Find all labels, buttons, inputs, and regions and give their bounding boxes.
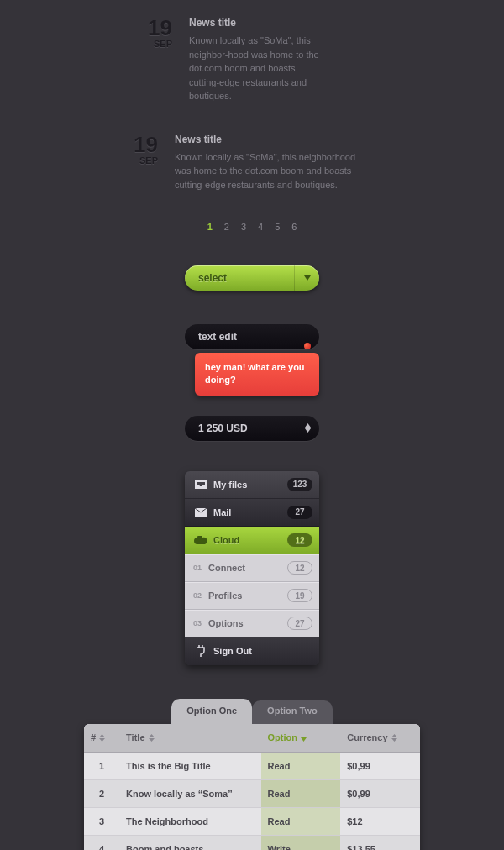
col-header-title[interactable]: Title — [119, 724, 260, 753]
page-5[interactable]: 5 — [275, 222, 280, 232]
menu-item-number: 03 — [193, 619, 202, 627]
cell-option: Read — [261, 752, 341, 779]
menu-item-number: 01 — [193, 564, 202, 572]
tab-option-two[interactable]: Option Two — [252, 700, 333, 724]
sort-icon — [391, 733, 397, 743]
sort-icon — [99, 733, 105, 743]
cell-num: 3 — [84, 807, 119, 835]
cell-title: This is the Big Title — [119, 752, 260, 779]
news-day: 19 — [122, 17, 172, 39]
currency-spinner[interactable]: 1 250 USD — [185, 416, 319, 441]
cell-currency: $12 — [340, 807, 420, 835]
col-header-currency[interactable]: Currency — [340, 724, 420, 753]
news-content: News title Known locally as "SoMa", this… — [175, 134, 360, 192]
menu-item-badge: 12 — [287, 561, 312, 575]
data-table: # Title Option Currency 1This is the Big… — [84, 724, 420, 850]
text-edit-label: text edit — [198, 331, 237, 343]
table-row[interactable]: 4Boom and boastsWrite$13,55 — [84, 835, 420, 850]
news-body: Known locally as "SoMa", this neighborho… — [175, 150, 360, 192]
plug-icon — [193, 645, 208, 657]
cell-title: The Neighborhood — [119, 807, 260, 835]
menu-item-label: Profiles — [208, 590, 287, 601]
cell-option: Write — [261, 835, 341, 850]
news-month: SEP — [122, 39, 172, 49]
menu-item-badge: 12 — [287, 533, 312, 547]
tooltip: hey man! what are you doing? — [195, 353, 319, 396]
chevron-up-icon — [305, 423, 311, 428]
news-item: 19 SEP News title Known locally as "SoMa… — [108, 127, 360, 199]
inbox-icon — [193, 480, 208, 489]
news-date: 19 SEP — [122, 17, 172, 103]
table-header-row: # Title Option Currency — [84, 724, 420, 753]
page-3[interactable]: 3 — [241, 222, 246, 232]
menu-item-label: Options — [208, 618, 287, 628]
page-1[interactable]: 1 — [207, 222, 213, 232]
tooltip-text: hey man! what are you doing? — [205, 362, 305, 385]
table-row[interactable]: 3The NeighborhoodRead$12 — [84, 807, 420, 835]
sort-icon — [149, 733, 155, 743]
page-6[interactable]: 6 — [291, 222, 297, 232]
news-item: 19 SEP News title Known locally as "SoMa… — [122, 10, 323, 110]
news-month: SEP — [108, 155, 158, 165]
menu-item-cloud[interactable]: Cloud12 — [185, 527, 319, 554]
table-row[interactable]: 2Know locally as “Soma”Read$0,99 — [84, 779, 420, 807]
menu-item-mail[interactable]: Mail27 — [185, 499, 319, 527]
cell-num: 1 — [84, 752, 119, 779]
news-day: 19 — [108, 134, 158, 155]
cell-currency: $0,99 — [340, 779, 420, 807]
news-title: News title — [189, 17, 323, 29]
menu-item-badge: 27 — [287, 617, 312, 630]
menu-item-badge: 123 — [287, 478, 312, 491]
col-header-num[interactable]: # — [84, 724, 119, 753]
menu-item-options[interactable]: 03Options27 — [185, 610, 319, 638]
menu-item-badge: 27 — [287, 506, 312, 519]
sidebar-menu: My files123Mail27Cloud1201Connect1202Pro… — [185, 471, 319, 665]
tabs: Option One Option Two — [84, 699, 420, 724]
text-edit-group: text edit hey man! what are you doing? — [185, 324, 319, 396]
menu-item-sign-out[interactable]: Sign Out — [185, 638, 319, 665]
sort-down-icon — [301, 733, 307, 743]
cell-currency: $13,55 — [340, 835, 420, 850]
cell-currency: $0,99 — [340, 752, 420, 779]
col-header-option[interactable]: Option — [261, 724, 341, 753]
spinner-value: 1 250 USD — [198, 422, 305, 434]
menu-item-label: My files — [213, 480, 287, 490]
menu-item-label: Sign Out — [213, 646, 312, 656]
mail-icon — [193, 508, 208, 517]
page-2[interactable]: 2 — [224, 222, 229, 232]
cell-title: Boom and boasts — [119, 835, 260, 850]
table-container: Option One Option Two # Title Option Cur… — [84, 699, 420, 850]
chevron-down-icon — [305, 428, 311, 433]
spinner-arrows[interactable] — [305, 423, 311, 433]
pagination: 123456 — [0, 222, 504, 232]
news-content: News title Known locally as "SoMa", this… — [189, 17, 323, 103]
cell-title: Know locally as “Soma” — [119, 779, 260, 807]
chevron-down-icon — [294, 265, 319, 291]
notification-dot-icon — [304, 343, 311, 349]
menu-item-label: Connect — [208, 563, 287, 573]
select-dropdown[interactable]: select — [185, 265, 319, 291]
menu-item-my-files[interactable]: My files123 — [185, 471, 319, 499]
news-body: Known locally as "SoMa", this neighbor-h… — [189, 34, 323, 103]
menu-item-badge: 19 — [287, 589, 312, 602]
menu-item-number: 02 — [193, 591, 202, 600]
cell-num: 4 — [84, 835, 119, 850]
menu-item-label: Mail — [213, 507, 287, 517]
page-4[interactable]: 4 — [258, 222, 263, 232]
menu-item-label: Cloud — [213, 535, 287, 545]
news-date: 19 SEP — [108, 134, 158, 192]
cell-option: Read — [261, 779, 341, 807]
tab-option-one[interactable]: Option One — [171, 699, 252, 724]
cell-num: 2 — [84, 779, 119, 807]
cell-option: Read — [261, 807, 341, 835]
news-title: News title — [175, 134, 360, 145]
cloud-icon — [193, 536, 208, 544]
table-row[interactable]: 1This is the Big TitleRead$0,99 — [84, 752, 420, 779]
select-label: select — [185, 272, 294, 284]
menu-item-profiles[interactable]: 02Profiles19 — [185, 582, 319, 610]
menu-item-connect[interactable]: 01Connect12 — [185, 554, 319, 582]
text-edit-input[interactable]: text edit — [185, 324, 319, 349]
